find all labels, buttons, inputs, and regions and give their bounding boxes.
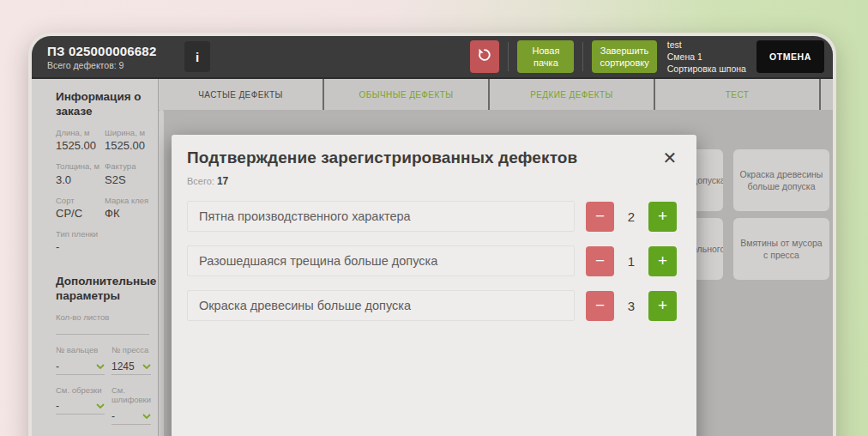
- tab-frequent-defects[interactable]: ЧАСТЫЕ ДЕФЕКТЫ: [159, 79, 324, 110]
- defect-count: 3: [614, 299, 648, 313]
- increment-button[interactable]: +: [648, 202, 677, 232]
- defect-rows: Пятна производственного характера − 2 + …: [187, 201, 681, 321]
- total-value: 17: [217, 175, 228, 187]
- chevron-down-icon: [96, 357, 105, 372]
- defect-count: 1: [614, 254, 648, 269]
- order-id: ПЗ 025000006682: [47, 44, 176, 58]
- tab-filler: [821, 79, 833, 110]
- increment-button[interactable]: +: [648, 291, 677, 321]
- field-length: Длина, м 1525.00: [56, 128, 105, 152]
- new-pack-button[interactable]: Новая пачка: [517, 40, 574, 73]
- user-operation: Сортировка шпона: [667, 63, 746, 75]
- defect-count: 2: [614, 209, 648, 224]
- minus-icon: −: [595, 207, 605, 226]
- plus-icon: +: [658, 251, 667, 270]
- modal-total: Всего:17: [187, 175, 681, 187]
- cancel-button[interactable]: ОТМЕНА: [756, 40, 824, 73]
- field-texture: Фактура S2S: [105, 161, 149, 185]
- input-underline: [56, 322, 149, 335]
- chevron-down-icon: [96, 397, 105, 412]
- undo-icon: [476, 46, 493, 67]
- defect-card[interactable]: Окраска древесины больше допуска: [733, 149, 829, 211]
- close-button[interactable]: ✕: [655, 143, 684, 173]
- select-press[interactable]: № пресса 1245: [112, 345, 151, 374]
- minus-icon: −: [595, 296, 605, 315]
- select-sanding[interactable]: См. шлифовки -: [112, 385, 151, 425]
- decrement-button[interactable]: −: [586, 246, 614, 276]
- decrement-button[interactable]: −: [586, 202, 614, 232]
- close-icon: ✕: [663, 148, 678, 168]
- sheets-count-input[interactable]: Кол-во листов: [56, 312, 149, 335]
- defect-cards-area: допуска ольного Окраска древесины больше…: [159, 110, 833, 436]
- chevron-down-icon: [142, 357, 151, 372]
- scrollbar[interactable]: [159, 110, 164, 436]
- header-divider: [582, 42, 583, 71]
- user-info: test Смена 1 Сортировка шпона: [667, 39, 746, 76]
- field-width: Ширина, м 1525.00: [105, 128, 149, 152]
- defect-name: Пятна производственного характера: [187, 201, 575, 232]
- field-film-type: Тип пленки -: [56, 229, 105, 253]
- finish-sorting-button[interactable]: Завершить сортировку: [592, 40, 656, 73]
- undo-button[interactable]: [470, 40, 499, 73]
- defect-row: Окраска древесины больше допуска − 3 +: [187, 290, 681, 321]
- defect-row: Пятна производственного характера − 2 +: [187, 201, 681, 232]
- field-glue: Марка клея ФК: [105, 196, 149, 220]
- main-area: ЧАСТЫЕ ДЕФЕКТЫ ОБЫЧНЫЕ ДЕФЕКТЫ РЕДКИЕ ДЕ…: [159, 79, 833, 436]
- decrement-button[interactable]: −: [586, 291, 614, 321]
- plus-icon: +: [658, 207, 667, 226]
- order-info-title: Информация о заказе: [56, 90, 149, 119]
- select-rollers[interactable]: № вальцев -: [56, 345, 105, 374]
- increment-button[interactable]: +: [648, 246, 677, 276]
- confirm-defects-modal: Подтверждение зарегистрированных дефекто…: [172, 135, 696, 436]
- field-thickness: Толщина, м 3.0: [56, 161, 105, 185]
- defects-total: Всего дефектов: 9: [47, 60, 176, 70]
- user-shift: Смена 1: [667, 51, 746, 63]
- tab-common-defects[interactable]: ОБЫЧНЫЕ ДЕФЕКТЫ: [324, 79, 490, 110]
- param-selects: № вальцев - № пресса 1245 См. обрезки - …: [56, 345, 149, 436]
- plus-icon: +: [658, 296, 667, 315]
- minus-icon: −: [595, 251, 605, 270]
- tablet-window: ПЗ 025000006682 Всего дефектов: 9 i Нова…: [28, 33, 836, 436]
- defect-card[interactable]: Вмятины от мусора с пресса: [733, 218, 829, 280]
- tab-rare-defects[interactable]: РЕДКИЕ ДЕФЕКТЫ: [490, 79, 655, 110]
- order-header: ПЗ 025000006682 Всего дефектов: 9: [47, 44, 176, 70]
- header-divider: [508, 42, 509, 71]
- order-fields: Длина, м 1525.00 Ширина, м 1525.00 Толщи…: [56, 128, 149, 263]
- modal-title: Подтверждение зарегистрированных дефекто…: [187, 148, 681, 167]
- app-header: ПЗ 025000006682 Всего дефектов: 9 i Нова…: [32, 36, 833, 79]
- select-trim[interactable]: См. обрезки -: [56, 385, 105, 425]
- order-sidebar: Информация о заказе Длина, м 1525.00 Шир…: [32, 79, 159, 436]
- defect-name: Окраска древесины больше допуска: [187, 290, 575, 321]
- user-name: test: [667, 39, 746, 51]
- info-icon: i: [196, 50, 199, 64]
- app-root: ПЗ 025000006682 Всего дефектов: 9 i Нова…: [32, 36, 833, 436]
- chevron-down-icon: [142, 407, 151, 422]
- defect-tabs: ЧАСТЫЕ ДЕФЕКТЫ ОБЫЧНЫЕ ДЕФЕКТЫ РЕДКИЕ ДЕ…: [159, 79, 833, 110]
- defect-name: Разошедшаяся трещина больше допуска: [187, 245, 575, 276]
- extra-params-title: Дополнительные параметры: [56, 275, 149, 304]
- app-body: Информация о заказе Длина, м 1525.00 Шир…: [32, 79, 833, 436]
- field-grade: Сорт СР/С: [56, 196, 105, 220]
- info-button[interactable]: i: [184, 41, 210, 72]
- tab-test[interactable]: ТЕСТ: [655, 79, 821, 110]
- defect-row: Разошедшаяся трещина больше допуска − 1 …: [187, 245, 681, 276]
